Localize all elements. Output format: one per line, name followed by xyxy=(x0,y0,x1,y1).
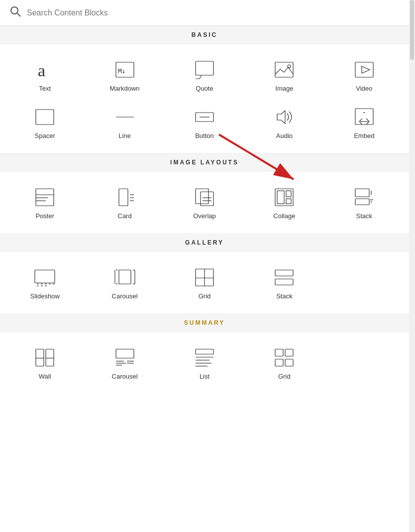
carousel-gallery-icon xyxy=(112,266,138,288)
gallery-grid: Slideshow Carousel xyxy=(0,252,409,314)
block-markdown[interactable]: M↓ Markdown xyxy=(85,54,164,96)
svg-rect-21 xyxy=(119,189,128,206)
section-header-image-layouts: IMAGE LAYOUTS xyxy=(0,153,409,171)
search-icon xyxy=(10,6,21,19)
block-line[interactable]: Line xyxy=(85,101,164,143)
svg-text:a: a xyxy=(38,61,45,79)
block-video[interactable]: Video xyxy=(324,54,404,96)
block-spacer[interactable]: Spacer xyxy=(5,101,85,143)
scrollbar[interactable] xyxy=(409,0,415,532)
svg-text:M↓: M↓ xyxy=(118,67,126,75)
svg-rect-77 xyxy=(275,359,283,366)
block-collage[interactable]: Collage xyxy=(244,181,324,224)
block-overlap[interactable]: Overlap xyxy=(165,181,244,224)
svg-marker-9 xyxy=(362,66,370,73)
image-layouts-grid: Poster Card Ov xyxy=(0,171,409,234)
block-wall[interactable]: Wall xyxy=(5,342,85,384)
block-slideshow[interactable]: Slideshow xyxy=(5,262,85,304)
svg-marker-14 xyxy=(277,111,285,124)
svg-rect-60 xyxy=(36,349,44,366)
basic-grid: a Text M↓ Markdown Quote xyxy=(0,44,409,153)
svg-rect-76 xyxy=(285,349,293,356)
quote-icon xyxy=(192,59,217,81)
block-stack-il[interactable]: Stack xyxy=(324,181,404,224)
svg-rect-31 xyxy=(286,191,291,197)
line-icon xyxy=(112,106,138,128)
svg-rect-30 xyxy=(277,191,284,204)
svg-rect-39 xyxy=(35,270,55,283)
svg-rect-17 xyxy=(36,189,54,206)
block-quote[interactable]: Quote xyxy=(165,54,244,96)
card-icon xyxy=(112,186,138,208)
svg-rect-59 xyxy=(275,279,293,285)
svg-point-7 xyxy=(288,65,291,68)
overlap-icon xyxy=(192,186,217,208)
block-audio[interactable]: Audio xyxy=(244,101,324,143)
svg-rect-70 xyxy=(196,349,213,354)
svg-rect-75 xyxy=(275,349,283,356)
svg-rect-5 xyxy=(196,61,213,75)
block-carousel-gallery[interactable]: Carousel xyxy=(85,262,164,304)
stack-gallery-icon xyxy=(271,266,297,288)
wall-icon xyxy=(32,347,58,369)
block-text[interactable]: a Text xyxy=(5,54,85,96)
block-list[interactable]: List xyxy=(165,342,244,384)
svg-point-0 xyxy=(11,7,18,14)
carousel-summary-icon xyxy=(112,347,138,369)
svg-rect-10 xyxy=(36,110,54,125)
list-icon xyxy=(192,347,217,369)
button-icon xyxy=(192,106,217,128)
svg-rect-48 xyxy=(119,270,131,284)
svg-rect-34 xyxy=(355,189,369,197)
scrollbar-thumb[interactable] xyxy=(410,0,414,60)
block-image[interactable]: Image xyxy=(244,54,324,96)
search-input[interactable] xyxy=(27,8,399,17)
svg-rect-6 xyxy=(275,62,293,77)
svg-rect-25 xyxy=(196,189,208,204)
markdown-icon: M↓ xyxy=(112,59,138,81)
search-bar xyxy=(0,0,409,26)
stack-il-icon xyxy=(351,186,377,208)
svg-rect-8 xyxy=(355,62,373,77)
section-header-gallery: GALLERY xyxy=(0,234,409,252)
block-card[interactable]: Card xyxy=(85,181,164,224)
svg-line-1 xyxy=(17,13,21,17)
collage-icon xyxy=(271,186,297,208)
block-button[interactable]: Button xyxy=(165,101,244,143)
image-icon xyxy=(271,59,297,81)
svg-rect-15 xyxy=(355,109,373,125)
section-header-basic: BASIC xyxy=(0,26,409,44)
svg-rect-64 xyxy=(116,349,134,358)
block-embed[interactable]: Embed xyxy=(324,101,404,143)
summary-grid: Wall Carousel xyxy=(0,332,409,394)
block-poster[interactable]: Poster xyxy=(5,181,85,224)
slideshow-icon xyxy=(32,266,58,288)
poster-icon xyxy=(32,186,58,208)
svg-rect-32 xyxy=(286,199,291,204)
block-carousel-summary[interactable]: Carousel xyxy=(85,342,164,384)
block-grid-summary[interactable]: Grid xyxy=(244,342,324,384)
block-grid-gallery[interactable]: Grid xyxy=(165,262,244,304)
section-header-summary: SUMMARY xyxy=(0,314,409,332)
text-icon: a xyxy=(32,59,58,81)
svg-rect-61 xyxy=(46,349,54,366)
svg-rect-37 xyxy=(355,199,369,205)
block-stack-gallery[interactable]: Stack xyxy=(244,262,324,304)
grid-gallery-icon xyxy=(192,266,217,288)
spacer-icon xyxy=(32,106,58,128)
audio-icon xyxy=(271,106,297,128)
grid-summary-icon xyxy=(271,347,297,369)
embed-icon xyxy=(351,106,377,128)
svg-rect-78 xyxy=(285,359,293,366)
video-icon xyxy=(351,59,377,81)
svg-rect-58 xyxy=(275,270,293,276)
